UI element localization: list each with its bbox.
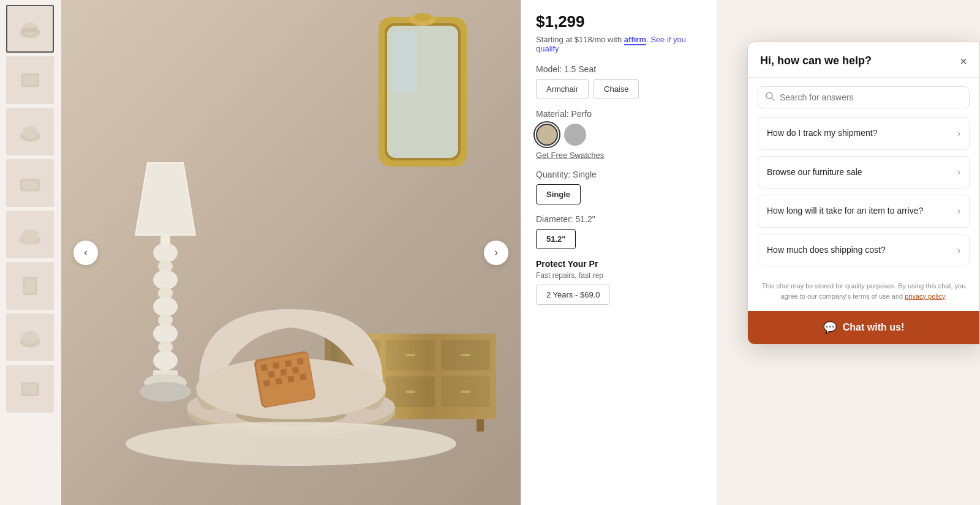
color-swatches — [536, 124, 702, 146]
svg-rect-16 — [23, 384, 37, 394]
chevron-right-icon: › — [957, 166, 960, 178]
model-option-armchair[interactable]: Armchair — [536, 79, 589, 99]
thumbnail-4[interactable] — [6, 159, 54, 207]
svg-rect-8 — [22, 181, 39, 190]
svg-line-74 — [772, 98, 774, 100]
protect-title: Protect Your Pr — [536, 259, 702, 269]
faq-item-4[interactable]: How much does shipping cost? › — [758, 234, 970, 267]
protect-section: Protect Your Pr Fast repairs, fast rep 2… — [536, 259, 702, 305]
svg-rect-64 — [296, 357, 304, 365]
diameter-option-512[interactable]: 51.2" — [536, 229, 576, 249]
diameter-field: Diameter: 51.2" 51.2" — [536, 214, 702, 249]
svg-rect-61 — [260, 364, 268, 372]
material-label: Material: Perfo — [536, 109, 702, 119]
diameter-options: 51.2" — [536, 229, 702, 249]
quantity-option-single[interactable]: Single — [536, 184, 581, 204]
model-options: Armchair Chaise — [536, 79, 702, 99]
chevron-right-icon: › — [957, 206, 960, 217]
chat-cta-label: Chat with us! — [843, 322, 904, 333]
chat-cta-button[interactable]: 💬 Chat with us! — [748, 311, 979, 344]
svg-rect-48 — [477, 419, 484, 432]
chat-search-bar[interactable] — [758, 86, 970, 108]
thumbnail-7[interactable] — [6, 313, 54, 361]
affirm-logo: affirm — [624, 35, 646, 45]
affirm-financing: Starting at $118/mo with affirm. See if … — [536, 35, 702, 53]
quantity-field: Quantity: Single Single — [536, 170, 702, 204]
chat-search-input[interactable] — [780, 92, 962, 102]
svg-rect-46 — [461, 391, 470, 393]
svg-rect-4 — [23, 75, 37, 85]
svg-rect-69 — [276, 378, 283, 385]
chat-widget: Hi, how can we help? × How do I track my… — [747, 42, 980, 345]
quantity-options: Single — [536, 184, 702, 204]
mirror-illustration — [374, 12, 472, 171]
svg-rect-52 — [392, 31, 417, 92]
svg-rect-12 — [24, 279, 36, 293]
svg-point-72 — [126, 422, 456, 466]
svg-rect-65 — [268, 371, 275, 378]
quantity-label: Quantity: Single — [536, 170, 702, 179]
model-field: Model: 1.5 Seat Armchair Chaise — [536, 64, 702, 99]
svg-rect-66 — [280, 368, 287, 376]
prev-image-button[interactable]: ‹ — [74, 241, 98, 265]
thumbnail-5[interactable] — [6, 211, 54, 258]
chat-bubble-icon: 💬 — [823, 321, 837, 334]
get-free-swatches-link[interactable]: Get Free Swatches — [536, 151, 702, 160]
swatch-beige[interactable] — [536, 124, 558, 146]
search-icon — [766, 92, 775, 103]
svg-rect-70 — [287, 375, 295, 383]
material-field: Material: Perfo Get Free Swatches — [536, 109, 702, 160]
product-price: $1,299 — [536, 12, 702, 31]
chat-disclaimer: This chat may be stored for quality purp… — [748, 271, 979, 311]
chevron-right-icon: › — [957, 245, 960, 256]
svg-marker-18 — [136, 163, 195, 234]
svg-rect-62 — [273, 362, 280, 369]
svg-point-54 — [414, 13, 431, 21]
faq-item-1[interactable]: How do I track my shipment? › — [758, 117, 970, 150]
chat-close-button[interactable]: × — [960, 55, 967, 67]
diameter-label: Diameter: 51.2" — [536, 214, 702, 224]
svg-point-14 — [22, 331, 39, 344]
svg-rect-63 — [285, 360, 292, 367]
faq-item-2-text: Browse our furniture sale — [767, 166, 951, 179]
svg-rect-71 — [300, 373, 307, 381]
svg-point-10 — [21, 229, 39, 244]
faq-item-3-text: How long will it take for an item to arr… — [767, 205, 951, 217]
svg-rect-68 — [263, 380, 271, 387]
product-panel: $1,299 Starting at $118/mo with affirm. … — [521, 0, 717, 505]
svg-rect-67 — [292, 367, 300, 374]
swatch-gray[interactable] — [564, 124, 586, 146]
chevron-right-icon: › — [957, 128, 960, 139]
faq-item-1-text: How do I track my shipment? — [767, 127, 951, 140]
protect-desc: Fast repairs, fast rep — [536, 271, 702, 280]
faq-item-4-text: How much does shipping cost? — [767, 244, 951, 256]
faq-item-2[interactable]: Browse our furniture sale › — [758, 156, 970, 189]
svg-rect-2 — [22, 28, 39, 32]
protect-option-2yr[interactable]: 2 Years - $69.0 — [536, 285, 610, 305]
faq-item-3[interactable]: How long will it take for an item to arr… — [758, 195, 970, 228]
model-label: Model: 1.5 Seat — [536, 64, 702, 74]
chat-faq-list: How do I track my shipment? › Browse our… — [748, 117, 979, 271]
model-option-chaise[interactable]: Chaise — [594, 79, 639, 99]
next-image-button[interactable]: › — [484, 241, 508, 265]
thumbnail-2[interactable] — [6, 56, 54, 104]
svg-rect-43 — [461, 354, 470, 356]
thumbnail-8[interactable] — [6, 365, 54, 413]
chat-header-title: Hi, how can we help? — [760, 54, 872, 67]
main-product-image: ‹ › — [61, 0, 521, 505]
thumbnail-6[interactable] — [6, 262, 54, 310]
thumbnail-3[interactable] — [6, 108, 54, 155]
privacy-policy-link[interactable]: privacy policy — [905, 293, 944, 300]
svg-point-6 — [22, 126, 39, 139]
rug-illustration — [119, 419, 462, 468]
thumbnail-sidebar — [0, 0, 61, 505]
right-section: $1,299 Starting at $118/mo with affirm. … — [521, 0, 980, 505]
thumbnail-1[interactable] — [6, 5, 54, 53]
chat-header: Hi, how can we help? × — [748, 42, 979, 78]
